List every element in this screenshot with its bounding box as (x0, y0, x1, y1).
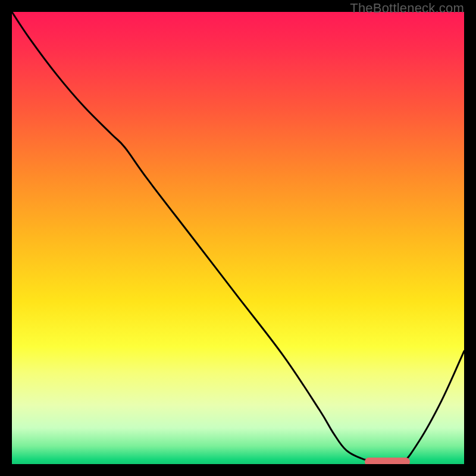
bottleneck-curve (12, 12, 464, 464)
watermark-text: TheBottleneck.com (350, 1, 464, 16)
optimal-range-marker (365, 458, 410, 464)
curve-path (12, 12, 464, 464)
plot-area (12, 12, 464, 464)
